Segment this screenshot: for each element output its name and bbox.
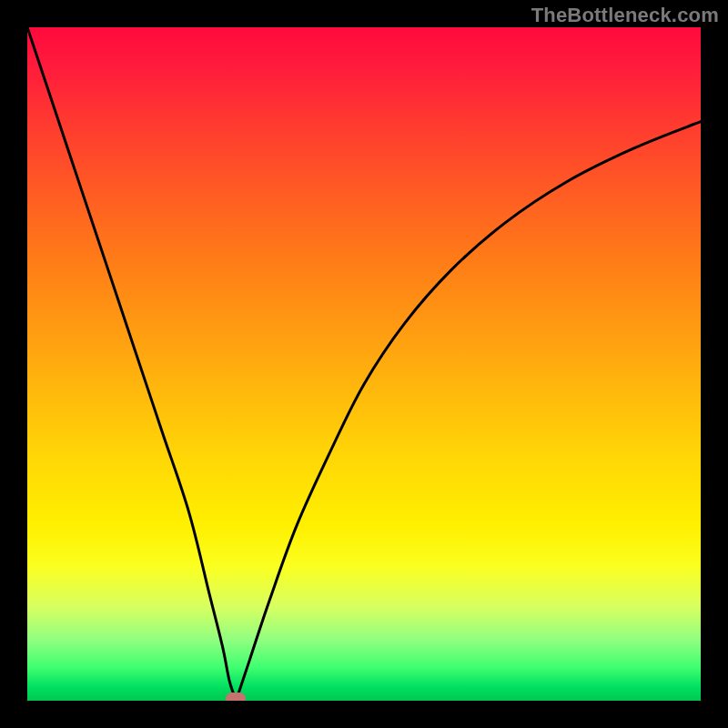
watermark-text: TheBottleneck.com xyxy=(531,4,719,27)
min-marker xyxy=(226,693,246,701)
curve-right-branch xyxy=(236,122,701,701)
plot-area xyxy=(27,27,701,701)
curve-left-branch xyxy=(27,27,236,701)
chart-frame: TheBottleneck.com xyxy=(0,0,728,728)
bottleneck-curve xyxy=(27,27,701,701)
